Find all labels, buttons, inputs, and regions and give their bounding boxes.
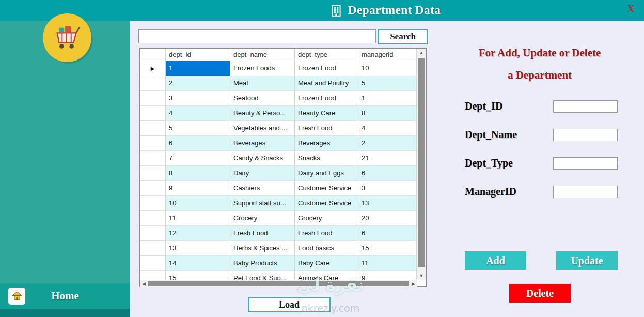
table-row[interactable]: ▶ 9 Cashiers Customer Service 3	[140, 181, 426, 196]
sidebar-item[interactable]	[0, 158, 130, 186]
sidebar-item[interactable]	[0, 101, 130, 129]
cell-dept-type[interactable]: Beauty Care	[295, 106, 358, 121]
cell-dept-type[interactable]: Dairy and Eggs	[295, 166, 358, 181]
cell-managerid[interactable]: 6	[358, 166, 417, 181]
scroll-up-icon[interactable]: ▲	[417, 50, 426, 55]
table-row[interactable]: ▶ 6 Beverages Beverages 2	[140, 136, 426, 151]
cell-dept-id[interactable]: 7	[166, 151, 230, 166]
cell-dept-name[interactable]: Beverages	[230, 136, 295, 151]
cell-managerid[interactable]: 10	[358, 61, 417, 76]
row-header-cell[interactable]: ▶	[140, 61, 166, 76]
table-row[interactable]: ▶ 5 Vegetables and ... Fresh Food 4	[140, 121, 426, 136]
sidebar-item[interactable]	[0, 129, 130, 158]
cell-managerid[interactable]: 13	[358, 196, 417, 211]
cell-dept-id[interactable]: 6	[166, 136, 230, 151]
close-button[interactable]: X	[627, 3, 635, 15]
cell-dept-id[interactable]: 3	[166, 91, 230, 106]
cell-dept-name[interactable]: Meat	[230, 76, 295, 91]
sidebar-item[interactable]	[0, 243, 130, 271]
table-row[interactable]: ▶ 7 Candy & Snacks Snacks 21	[140, 151, 426, 166]
column-header-managerid[interactable]: managerid	[358, 49, 417, 61]
row-header-cell[interactable]: ▶	[140, 91, 166, 106]
cell-dept-name[interactable]: Seafood	[230, 91, 295, 106]
row-header-cell[interactable]: ▶	[140, 241, 166, 256]
cell-dept-type[interactable]: Snacks	[295, 151, 358, 166]
cell-managerid[interactable]: 20	[358, 211, 417, 226]
cell-dept-id[interactable]: 9	[166, 181, 230, 196]
cell-dept-id[interactable]: 1	[166, 61, 230, 76]
cell-dept-type[interactable]: Customer Service	[295, 181, 358, 196]
table-row[interactable]: ▶ 8 Dairy Dairy and Eggs 6	[140, 166, 426, 181]
cell-dept-name[interactable]: Herbs & Spices ...	[230, 241, 295, 256]
form-field-input[interactable]	[553, 186, 618, 198]
cell-managerid[interactable]: 21	[358, 151, 417, 166]
search-input[interactable]	[138, 29, 376, 43]
column-header-dept-type[interactable]: dept_type	[295, 49, 358, 61]
cell-dept-type[interactable]: Grocery	[295, 211, 358, 226]
form-field-input[interactable]	[553, 129, 618, 141]
scroll-right-icon[interactable]: ▶	[412, 280, 415, 288]
table-row[interactable]: ▶ 11 Grocery Grocery 20	[140, 211, 426, 226]
cell-dept-id[interactable]: 5	[166, 121, 230, 136]
cell-managerid[interactable]: 1	[358, 91, 417, 106]
sidebar-item[interactable]	[0, 186, 130, 215]
add-button[interactable]: Add	[465, 251, 526, 270]
row-header-cell[interactable]: ▶	[140, 106, 166, 121]
column-header-dept-id[interactable]: dept_id	[166, 49, 230, 61]
cell-dept-id[interactable]: 14	[166, 256, 230, 271]
cell-managerid[interactable]: 15	[358, 241, 417, 256]
cell-managerid[interactable]: 4	[358, 121, 417, 136]
cell-dept-name[interactable]: Frozen Foods	[230, 61, 295, 76]
cell-managerid[interactable]: 3	[358, 181, 417, 196]
cell-dept-name[interactable]: Vegetables and ...	[230, 121, 295, 136]
cell-managerid[interactable]: 6	[358, 226, 417, 241]
cell-dept-name[interactable]: Candy & Snacks	[230, 151, 295, 166]
sidebar-item[interactable]	[0, 215, 130, 243]
row-header-cell[interactable]: ▶	[140, 76, 166, 91]
cell-dept-name[interactable]: Grocery	[230, 211, 295, 226]
cell-dept-id[interactable]: 10	[166, 196, 230, 211]
cell-dept-name[interactable]: Cashiers	[230, 181, 295, 196]
row-header-cell[interactable]: ▶	[140, 151, 166, 166]
sidebar-item[interactable]	[0, 72, 130, 101]
row-header-cell[interactable]: ▶	[140, 181, 166, 196]
search-button[interactable]: Search	[378, 29, 428, 44]
cell-dept-type[interactable]: Frozen Food	[295, 91, 358, 106]
form-field-input[interactable]	[553, 157, 618, 170]
table-row[interactable]: ▶ 12 Fresh Food Fresh Food 6	[140, 226, 426, 241]
cell-dept-id[interactable]: 12	[166, 226, 230, 241]
row-header-cell[interactable]: ▶	[140, 121, 166, 136]
cell-dept-type[interactable]: Animals Care	[295, 271, 358, 280]
table-row[interactable]: ▶ 2 Meat Meat and Poultry 5	[140, 76, 426, 91]
cell-dept-name[interactable]: Baby Products	[230, 256, 295, 271]
scroll-down-icon[interactable]: ▼	[417, 273, 426, 278]
table-row[interactable]: ▶ 14 Baby Products Baby Care 11	[140, 256, 426, 271]
cell-dept-name[interactable]: Pet Food & Sup...	[230, 271, 295, 280]
row-header-cell[interactable]: ▶	[140, 211, 166, 226]
table-row[interactable]: ▶ 10 Support staff su... Customer Servic…	[140, 196, 426, 211]
horizontal-scrollbar-thumb[interactable]	[148, 281, 409, 286]
table-row[interactable]: ▶ 1 Frozen Foods Frozen Food 10	[140, 61, 426, 76]
cell-dept-name[interactable]: Beauty & Perso...	[230, 106, 295, 121]
table-row[interactable]: ▶ 13 Herbs & Spices ... Food basics 15	[140, 241, 426, 256]
form-field-input[interactable]	[553, 100, 618, 113]
vertical-scrollbar[interactable]: ▲ ▼	[416, 49, 426, 280]
cell-dept-type[interactable]: Meat and Poultry	[295, 76, 358, 91]
cell-dept-name[interactable]: Support staff su...	[230, 196, 295, 211]
scroll-left-icon[interactable]: ◀	[142, 280, 146, 288]
cell-managerid[interactable]: 2	[358, 136, 417, 151]
cell-dept-id[interactable]: 11	[166, 211, 230, 226]
row-header-cell[interactable]: ▶	[140, 226, 166, 241]
cell-dept-type[interactable]: Customer Service	[295, 196, 358, 211]
cell-dept-name[interactable]: Fresh Food	[230, 226, 295, 241]
cell-dept-id[interactable]: 4	[166, 106, 230, 121]
sidebar-item-home[interactable]: Home	[0, 283, 130, 309]
cell-dept-type[interactable]: Food basics	[295, 241, 358, 256]
table-row[interactable]: ▶ 15 Pet Food & Sup... Animals Care 9	[140, 271, 426, 280]
column-header-dept-name[interactable]: dept_name	[230, 49, 295, 61]
row-header-cell[interactable]: ▶	[140, 136, 166, 151]
update-button[interactable]: Update	[556, 251, 618, 270]
cell-managerid[interactable]: 11	[358, 256, 417, 271]
cell-managerid[interactable]: 8	[358, 106, 417, 121]
load-button[interactable]: Load	[248, 297, 331, 312]
